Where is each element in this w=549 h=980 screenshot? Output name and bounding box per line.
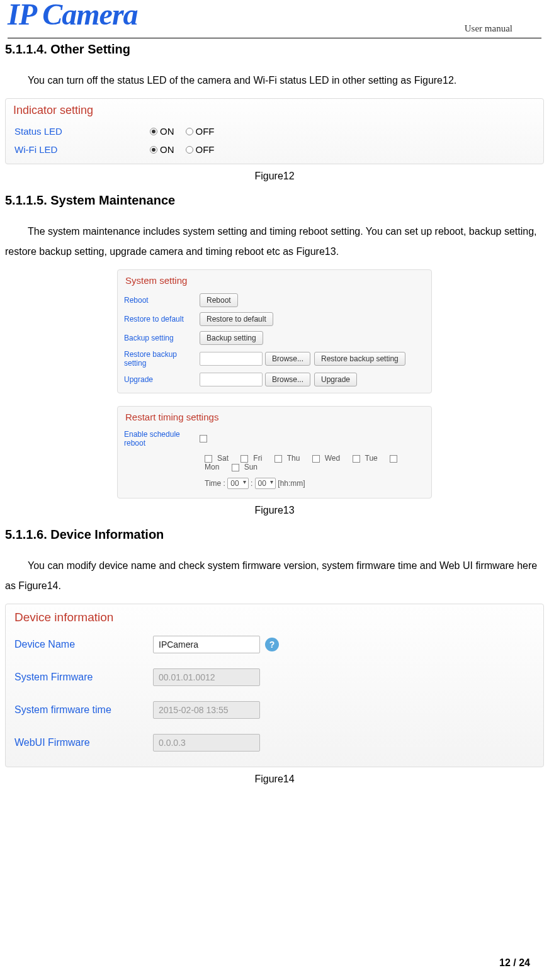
status-led-label: Status LED bbox=[14, 126, 150, 137]
off-text: OFF bbox=[196, 126, 215, 137]
system-firmware-time-value: 2015-02-08 13:55 bbox=[153, 701, 260, 719]
figure-caption: Figure12 bbox=[5, 171, 544, 182]
webui-firmware-value: 0.0.0.3 bbox=[153, 734, 260, 752]
upgrade-path-input[interactable] bbox=[200, 373, 263, 386]
panel-header: Restart timing settings bbox=[118, 407, 431, 427]
hour-select[interactable]: 00 bbox=[227, 478, 248, 489]
backup-setting-label: Backup setting bbox=[124, 334, 200, 342]
restore-backup-path-input[interactable] bbox=[200, 352, 263, 366]
time-row: Time : 00 : 00 [hh:mm] bbox=[118, 475, 431, 494]
panel-header: System setting bbox=[118, 270, 431, 291]
upgrade-button[interactable]: Upgrade bbox=[314, 373, 357, 386]
days-row: Sat Fri Thu Wed Tue Mon Sun bbox=[118, 450, 431, 475]
figure-caption: Figure13 bbox=[5, 505, 544, 516]
page-number: 12 / 24 bbox=[499, 957, 530, 969]
restore-backup-label: Restore backup setting bbox=[124, 350, 200, 368]
on-text: ON bbox=[160, 126, 174, 137]
browse-button-upgrade[interactable]: Browse... bbox=[265, 373, 310, 386]
device-information-panel: Device information Device Name IPCamera … bbox=[5, 604, 544, 767]
on-text: ON bbox=[160, 144, 174, 155]
device-name-input[interactable]: IPCamera bbox=[153, 636, 260, 653]
wifi-led-label: Wi-Fi LED bbox=[14, 144, 150, 155]
browse-button[interactable]: Browse... bbox=[265, 352, 310, 366]
logo: IP Camera bbox=[8, 0, 138, 31]
system-firmware-value: 00.01.01.0012 bbox=[153, 668, 260, 686]
day-checkbox-sat[interactable] bbox=[205, 455, 212, 463]
section-heading-other-setting: 5.1.1.4. Other Setting bbox=[5, 42, 544, 57]
enable-schedule-reboot-label: Enable schedule reboot bbox=[124, 430, 200, 448]
help-icon[interactable]: ? bbox=[265, 638, 279, 651]
system-firmware-label: System Firmware bbox=[14, 672, 153, 683]
section-heading-system-maintenance: 5.1.1.5. System Maintenance bbox=[5, 193, 544, 208]
restore-default-button[interactable]: Restore to default bbox=[200, 312, 273, 326]
wifi-led-off-radio[interactable] bbox=[186, 146, 193, 154]
system-setting-panel: System setting Reboot Reboot Restore to … bbox=[117, 269, 432, 393]
day-checkbox-mon[interactable] bbox=[390, 455, 397, 463]
status-led-on-radio[interactable] bbox=[150, 128, 157, 135]
webui-firmware-label: WebUI Firmware bbox=[14, 737, 153, 748]
device-name-label: Device Name bbox=[14, 639, 153, 650]
restart-timing-panel: Restart timing settings Enable schedule … bbox=[117, 406, 432, 498]
restore-default-label: Restore to default bbox=[124, 315, 200, 324]
day-checkbox-thu[interactable] bbox=[274, 455, 282, 463]
backup-setting-button[interactable]: Backup setting bbox=[200, 331, 263, 345]
indicator-setting-panel: Indicator setting Status LED ON OFF Wi-F… bbox=[5, 98, 544, 164]
panel-header: Indicator setting bbox=[6, 99, 543, 122]
off-text: OFF bbox=[196, 144, 215, 155]
section-body: You can modify device name and check sys… bbox=[5, 556, 544, 596]
status-led-off-radio[interactable] bbox=[186, 128, 193, 135]
system-firmware-time-label: System firmware time bbox=[14, 704, 153, 716]
divider bbox=[8, 38, 541, 38]
day-checkbox-wed[interactable] bbox=[312, 455, 320, 463]
reboot-label: Reboot bbox=[124, 296, 200, 305]
section-body: The system maintenance includes system s… bbox=[5, 222, 544, 262]
reboot-button[interactable]: Reboot bbox=[200, 293, 238, 307]
wifi-led-on-radio[interactable] bbox=[150, 146, 157, 154]
section-body: You can turn off the status LED of the c… bbox=[5, 70, 544, 91]
enable-schedule-reboot-checkbox[interactable] bbox=[200, 435, 207, 442]
panel-header: Device information bbox=[6, 604, 543, 628]
figure-caption: Figure14 bbox=[5, 774, 544, 785]
day-checkbox-fri[interactable] bbox=[241, 455, 248, 463]
day-checkbox-sun[interactable] bbox=[232, 464, 239, 471]
minute-select[interactable]: 00 bbox=[255, 478, 276, 489]
day-checkbox-tue[interactable] bbox=[353, 455, 360, 463]
upgrade-label: Upgrade bbox=[124, 375, 200, 384]
section-heading-device-information: 5.1.1.6. Device Information bbox=[5, 527, 544, 542]
doc-title: User manual bbox=[465, 23, 512, 34]
restore-backup-button[interactable]: Restore backup setting bbox=[314, 352, 405, 366]
